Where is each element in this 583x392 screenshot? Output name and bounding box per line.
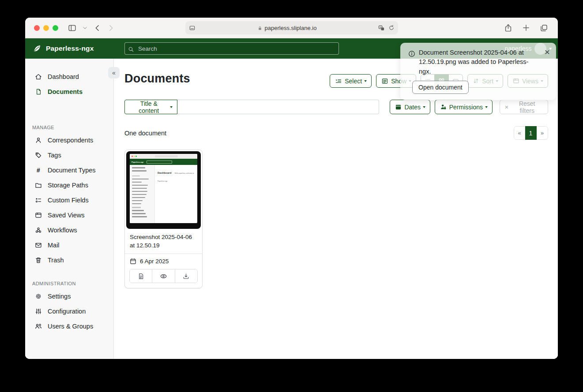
pagination-next[interactable]: » bbox=[537, 126, 548, 140]
chevron-down-icon: ▾ bbox=[170, 105, 173, 109]
sidebar-section-administration: ADMINISTRATION bbox=[32, 281, 113, 286]
zoom-window-button[interactable] bbox=[53, 25, 58, 31]
download-icon bbox=[183, 273, 189, 280]
calendar-icon bbox=[395, 104, 402, 110]
person-lock-icon bbox=[440, 104, 447, 110]
reload-icon[interactable] bbox=[388, 25, 395, 31]
back-button[interactable] bbox=[94, 24, 101, 32]
sidebar-item-documents[interactable]: Documents bbox=[25, 84, 113, 99]
tag-icon bbox=[35, 152, 42, 159]
toast-notification: Document Screenshot 2025-04-06 at 12.50.… bbox=[400, 43, 556, 100]
app-brand[interactable]: Paperless-ngx bbox=[33, 44, 94, 53]
sidebar-item-users-groups[interactable]: Users & Groups bbox=[25, 319, 113, 334]
minimize-window-button[interactable] bbox=[43, 25, 49, 31]
sidebar-item-document-types[interactable]: # Document Types bbox=[25, 163, 113, 178]
pagination-page-1[interactable]: 1 bbox=[525, 126, 537, 140]
sidebar-collapse-button[interactable]: « bbox=[108, 67, 120, 78]
dates-filter-button[interactable]: Dates ▾ bbox=[390, 100, 430, 114]
url-text: paperless.sliplane.io bbox=[265, 25, 317, 31]
text-indent-icon bbox=[335, 78, 342, 85]
window-icon bbox=[35, 212, 42, 219]
sidebar-item-dashboard[interactable]: Dashboard bbox=[25, 69, 113, 84]
trash-icon bbox=[35, 257, 42, 264]
people-icon bbox=[35, 323, 42, 330]
page-settings-icon[interactable] bbox=[189, 25, 196, 31]
lock-icon bbox=[257, 25, 263, 31]
sidebar-item-correspondents[interactable]: Correspondents bbox=[25, 133, 113, 148]
document-date: 6 Apr 2025 bbox=[140, 258, 169, 265]
download-document-button[interactable] bbox=[175, 269, 197, 283]
hash-icon: # bbox=[35, 167, 42, 174]
preview-document-button[interactable] bbox=[152, 269, 174, 283]
chevron-down-icon: ▾ bbox=[485, 105, 488, 109]
address-bar[interactable]: paperless.sliplane.io bbox=[185, 21, 398, 34]
toast-message: Document Screenshot 2025-04-06 at 12.50.… bbox=[419, 48, 536, 76]
x-icon: × bbox=[505, 104, 509, 110]
sidebar-item-tags[interactable]: Tags bbox=[25, 148, 113, 163]
info-icon bbox=[408, 49, 415, 57]
window-controls bbox=[34, 25, 58, 31]
page-title: Documents bbox=[124, 72, 190, 86]
filter-field-button[interactable]: Title & content ▾ bbox=[124, 100, 177, 114]
journal-text-icon bbox=[381, 78, 388, 85]
permissions-filter-button[interactable]: Permissions ▾ bbox=[435, 100, 493, 114]
app-title: Paperless-ngx bbox=[46, 45, 94, 52]
sidebar-toggle-icon[interactable] bbox=[68, 24, 76, 32]
filter-text-input[interactable] bbox=[177, 100, 379, 114]
diagram-icon bbox=[35, 227, 42, 234]
browser-toolbar: paperless.sliplane.io bbox=[25, 18, 558, 38]
search-input[interactable] bbox=[124, 42, 339, 55]
forward-button[interactable] bbox=[107, 24, 115, 32]
sidebar-item-trash[interactable]: Trash bbox=[25, 253, 113, 268]
file-text-icon bbox=[138, 273, 144, 280]
sidebar: Dashboard Documents MANAGE Correspondent… bbox=[25, 59, 114, 359]
paperless-leaf-logo bbox=[33, 44, 41, 53]
sidebar-item-saved-views[interactable]: Saved Views bbox=[25, 208, 113, 223]
sidebar-item-settings[interactable]: Settings bbox=[25, 289, 113, 304]
sidebar-section-manage: MANAGE bbox=[32, 125, 113, 130]
home-icon bbox=[35, 73, 42, 80]
document-thumbnail[interactable]: Paperless-ngx bbox=[126, 151, 201, 229]
open-document-button[interactable]: Open document bbox=[412, 81, 469, 94]
file-icon bbox=[35, 88, 42, 95]
close-icon[interactable]: × bbox=[545, 48, 550, 56]
sidebar-item-configuration[interactable]: Configuration bbox=[25, 304, 113, 319]
envelope-icon bbox=[35, 242, 42, 249]
new-tab-icon[interactable] bbox=[522, 24, 530, 32]
sidebar-item-storage-paths[interactable]: Storage Paths bbox=[25, 178, 113, 193]
search-icon bbox=[128, 45, 134, 53]
close-window-button[interactable] bbox=[34, 25, 40, 31]
person-icon bbox=[35, 137, 42, 144]
browser-window: paperless.sliplane.io bbox=[25, 18, 558, 359]
eye-icon bbox=[160, 273, 167, 280]
documents-page: Documents Select ▾ Show ▾ bbox=[114, 59, 558, 359]
reset-filters-button[interactable]: × Reset filters bbox=[500, 100, 548, 114]
document-title[interactable]: Screenshot 2025-04-06 at 12.50.19 bbox=[130, 233, 197, 250]
sidebar-item-mail[interactable]: Mail bbox=[25, 238, 113, 253]
gear-icon bbox=[35, 293, 42, 300]
chevron-down-icon: ▾ bbox=[364, 79, 367, 83]
ui-radios-icon bbox=[35, 197, 42, 204]
translate-icon[interactable] bbox=[378, 25, 385, 31]
document-actions bbox=[129, 269, 198, 283]
pagination: « 1 » bbox=[514, 126, 548, 140]
sidebar-item-workflows[interactable]: Workflows bbox=[25, 223, 113, 238]
document-count: One document bbox=[124, 130, 166, 137]
edit-document-button[interactable] bbox=[130, 269, 152, 283]
folder-icon bbox=[35, 182, 42, 189]
chevron-down-icon[interactable] bbox=[83, 26, 87, 30]
document-card: Paperless-ngx bbox=[124, 149, 203, 288]
tab-overview-icon[interactable] bbox=[540, 24, 548, 32]
select-button[interactable]: Select ▾ bbox=[330, 74, 372, 88]
chevron-down-icon: ▾ bbox=[423, 105, 425, 109]
sidebar-item-custom-fields[interactable]: Custom Fields bbox=[25, 193, 113, 208]
pagination-prev[interactable]: « bbox=[514, 126, 525, 140]
calendar-icon bbox=[130, 258, 136, 265]
sliders-icon bbox=[35, 308, 42, 315]
share-icon[interactable] bbox=[504, 24, 512, 32]
